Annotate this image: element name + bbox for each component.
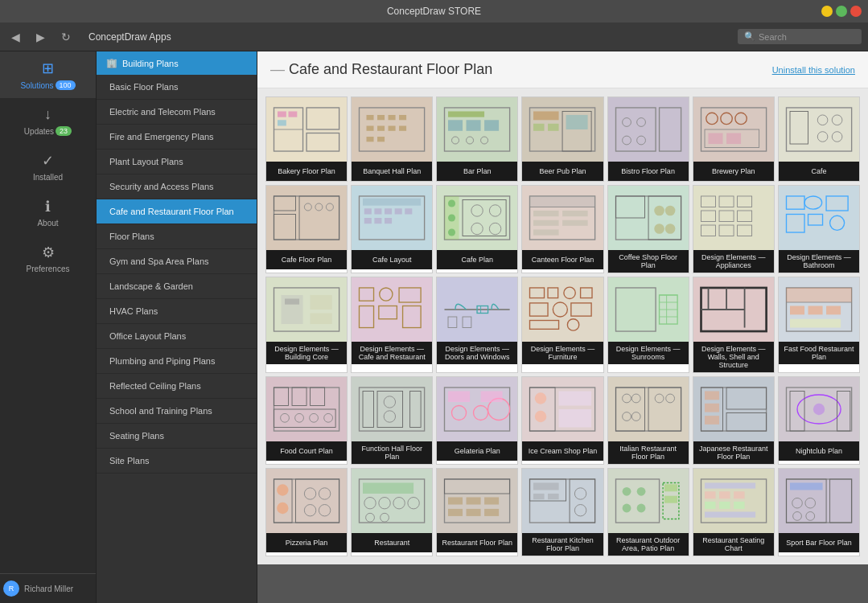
nav-item-14[interactable]: Seating Plans [97,424,257,449]
grid-item[interactable]: Cafe Floor Plan [265,185,348,273]
grid-item-thumbnail [779,469,859,533]
grid-item[interactable]: Brewery Plan [693,96,775,182]
grid-item[interactable]: Pizzeria Plan [265,468,348,556]
sidebar-item-installed[interactable]: ✓Installed [0,144,96,190]
svg-rect-153 [790,319,841,328]
svg-rect-85 [533,229,559,235]
sidebar-item-about[interactable]: ℹAbout [0,190,96,236]
titlebar: ConceptDraw STORE [0,0,868,23]
grid-item[interactable]: Canteen Floor Plan [521,185,603,273]
grid-item[interactable]: Bakery Floor Plan [265,96,348,182]
nav-item-12[interactable]: Reflected Ceiling Plans [97,374,257,399]
grid-item[interactable]: Cafe [778,96,860,182]
nav-item-8[interactable]: Landscape & Garden [97,274,257,299]
nav-item-10[interactable]: Office Layout Plans [97,324,257,349]
svg-rect-99 [701,225,715,236]
maximize-button[interactable] [836,6,847,17]
grid-item[interactable]: Italian Restaurant Floor Plan [607,376,689,465]
search-input[interactable] [759,32,855,42]
nav-item-5[interactable]: Cafe and Restaurant Floor Plan [97,199,257,224]
nav-item-0[interactable]: Basic Floor Plans [97,75,257,100]
grid-item[interactable]: Cafe Plan [436,185,518,273]
sidebar-item-solutions[interactable]: ⊞Solutions100 [0,51,96,98]
grid-item[interactable]: Restaurant [351,468,433,556]
forward-button[interactable]: ▶ [31,27,50,47]
grid-item[interactable]: Beer Pub Plan [521,96,603,182]
grid-item[interactable]: Bar Plan [436,96,518,182]
svg-rect-83 [533,220,559,226]
grid-item[interactable]: Design Elements — Bathroom [778,185,860,273]
content-area[interactable]: — Cafe and Restaurant Floor Plan Uninsta… [257,51,868,603]
close-button[interactable] [850,6,862,17]
svg-rect-102 [786,196,804,209]
grid-item-label: Restaurant Outdoor Area, Patio Plan [608,533,689,556]
svg-point-257 [805,498,816,508]
back-button[interactable]: ◀ [6,27,25,47]
grid-item[interactable]: Restaurant Kitchen Floor Plan [521,468,603,556]
grid-item-label: Sport Bar Floor Plan [779,533,859,552]
grid-item[interactable]: Sport Bar Floor Plan [778,468,860,556]
refresh-button[interactable]: ↻ [56,27,76,47]
content-header: — Cafe and Restaurant Floor Plan Uninsta… [257,51,868,88]
grid-item[interactable]: Food Court Plan [265,376,348,465]
nav-item-7[interactable]: Gym and Spa Area Plans [97,249,257,274]
grid-item[interactable]: Restaurant Floor Plan [436,468,518,556]
svg-rect-111 [311,314,332,325]
page-title: — Cafe and Restaurant Floor Plan [270,61,492,78]
nav-item-3[interactable]: Plant Layout Plans [97,150,257,174]
nav-item-6[interactable]: Floor Plans [97,224,257,249]
svg-rect-247 [734,491,745,498]
minimize-button[interactable] [821,6,833,17]
nav-item-1[interactable]: Electric and Telecom Plans [97,100,257,125]
nav-item-2[interactable]: Fire and Emergency Plans [97,125,257,150]
grid-item[interactable]: Design Elements — Sunrooms [607,277,689,373]
svg-rect-230 [533,482,559,490]
svg-rect-155 [274,388,289,406]
grid-item[interactable]: Nightclub Plan [778,376,860,465]
grid-item[interactable]: Restaurant Seating Chart [693,468,775,556]
avatar: R [3,580,19,597]
svg-point-41 [735,113,747,124]
grid-item[interactable]: Ice Cream Shop Plan [521,376,603,465]
grid-item[interactable]: Banquet Hall Plan [351,96,433,182]
grid-item[interactable]: Coffee Shop Floor Plan [607,185,689,273]
grid-item[interactable]: Gelateria Plan [436,376,518,465]
grid-item-label: Design Elements — Appliances [693,250,774,273]
user-name: Richard Miller [24,585,73,593]
svg-rect-242 [664,496,677,503]
nav-item-11[interactable]: Plumbing and Piping Plans [97,349,257,374]
nav-item-4[interactable]: Security and Access Plans [97,174,257,199]
grid-item[interactable]: Design Elements — Building Core [265,277,348,373]
svg-rect-117 [379,306,397,318]
grid-item[interactable]: Design Elements — Cafe and Restaurant [351,277,433,373]
grid-item[interactable]: Bistro Floor Plan [607,96,689,182]
sidebar-item-preferences[interactable]: ⚙Preferences [0,236,96,281]
nav-item-9[interactable]: HVAC Plans [97,299,257,324]
svg-point-214 [379,497,390,508]
svg-point-216 [408,497,419,508]
grid-item[interactable]: Fast Food Restaurant Plan [778,277,860,373]
svg-rect-62 [385,208,392,214]
svg-rect-113 [360,288,374,301]
grid-item[interactable]: Design Elements — Appliances [693,185,775,273]
nav-item-13[interactable]: School and Training Plans [97,399,257,424]
grid-item[interactable]: Cafe Layout [351,185,433,273]
svg-rect-222 [467,497,481,504]
nav-item-15[interactable]: Site Plans [97,449,257,474]
grid-item[interactable]: Japanese Restaurant Floor Plan [693,376,775,465]
grid-item[interactable]: Function Hall Floor Plan [351,376,433,465]
svg-rect-60 [364,208,372,214]
grid-item[interactable]: Restaurant Outdoor Area, Patio Plan [607,468,689,556]
svg-rect-164 [363,391,374,427]
grid-area: Bakery Floor Plan Banquet Hall Plan Bar … [257,88,868,564]
grid-item-thumbnail [608,277,689,342]
app-title: ConceptDraw Apps [88,31,731,43]
uninstall-link[interactable]: Uninstall this solution [772,65,855,75]
sidebar-item-updates[interactable]: ↓Updates23 [0,98,96,144]
grid-item[interactable]: Design Elements — Walls, Shell and Struc… [693,277,775,373]
svg-rect-10 [389,115,396,120]
grid-item[interactable]: Design Elements — Furniture [521,277,603,373]
grid-item[interactable]: Design Elements — Doors and Windows [436,277,518,373]
svg-rect-81 [533,211,559,216]
svg-point-259 [806,512,815,521]
